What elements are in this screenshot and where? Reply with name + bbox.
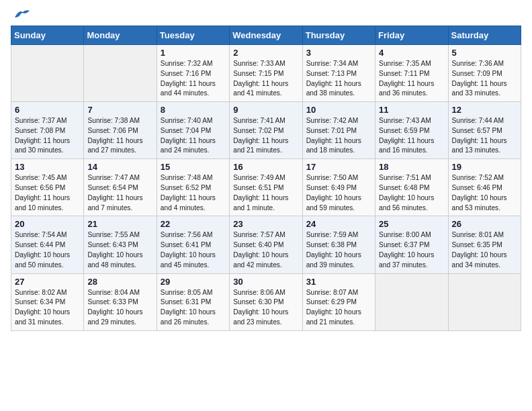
page-header <box>11 11 521 17</box>
calendar-cell: 18Sunrise: 7:51 AM Sunset: 6:48 PM Dayli… <box>375 159 448 216</box>
day-number: 25 <box>379 219 444 229</box>
day-info: Sunrise: 8:02 AM Sunset: 6:34 PM Dayligh… <box>15 288 80 328</box>
day-number: 18 <box>379 162 444 172</box>
day-number: 16 <box>233 162 298 172</box>
calendar-cell <box>11 45 84 102</box>
day-info: Sunrise: 7:34 AM Sunset: 7:13 PM Dayligh… <box>306 59 371 99</box>
calendar-cell: 24Sunrise: 7:59 AM Sunset: 6:38 PM Dayli… <box>302 216 375 273</box>
day-info: Sunrise: 7:40 AM Sunset: 7:04 PM Dayligh… <box>161 116 226 156</box>
day-number: 14 <box>87 162 152 172</box>
day-info: Sunrise: 8:04 AM Sunset: 6:33 PM Dayligh… <box>87 288 152 328</box>
logo <box>11 11 31 17</box>
calendar-cell: 20Sunrise: 7:54 AM Sunset: 6:44 PM Dayli… <box>11 216 84 273</box>
day-info: Sunrise: 8:07 AM Sunset: 6:29 PM Dayligh… <box>306 288 371 328</box>
calendar-cell: 10Sunrise: 7:42 AM Sunset: 7:01 PM Dayli… <box>302 102 375 159</box>
calendar-cell: 17Sunrise: 7:50 AM Sunset: 6:49 PM Dayli… <box>302 159 375 216</box>
day-info: Sunrise: 7:43 AM Sunset: 6:59 PM Dayligh… <box>379 116 444 156</box>
day-number: 12 <box>452 105 517 115</box>
day-info: Sunrise: 7:35 AM Sunset: 7:11 PM Dayligh… <box>379 59 444 99</box>
calendar-cell: 12Sunrise: 7:44 AM Sunset: 6:57 PM Dayli… <box>448 102 521 159</box>
day-info: Sunrise: 8:01 AM Sunset: 6:35 PM Dayligh… <box>452 230 517 270</box>
day-number: 3 <box>306 48 371 58</box>
day-info: Sunrise: 7:44 AM Sunset: 6:57 PM Dayligh… <box>452 116 517 156</box>
day-info: Sunrise: 7:56 AM Sunset: 6:41 PM Dayligh… <box>161 230 226 270</box>
calendar-table: SundayMondayTuesdayWednesdayThursdayFrid… <box>11 26 521 331</box>
day-number: 4 <box>379 48 444 58</box>
day-info: Sunrise: 7:52 AM Sunset: 6:46 PM Dayligh… <box>452 173 517 213</box>
day-number: 19 <box>452 162 517 172</box>
logo-bird-icon <box>13 8 31 20</box>
day-info: Sunrise: 8:05 AM Sunset: 6:31 PM Dayligh… <box>161 288 226 328</box>
calendar-cell: 13Sunrise: 7:45 AM Sunset: 6:56 PM Dayli… <box>11 159 84 216</box>
day-number: 22 <box>161 219 226 229</box>
calendar-week-row: 1Sunrise: 7:32 AM Sunset: 7:16 PM Daylig… <box>11 45 521 102</box>
calendar-cell: 16Sunrise: 7:49 AM Sunset: 6:51 PM Dayli… <box>230 159 302 216</box>
day-info: Sunrise: 7:36 AM Sunset: 7:09 PM Dayligh… <box>452 59 517 99</box>
calendar-cell: 14Sunrise: 7:47 AM Sunset: 6:54 PM Dayli… <box>84 159 157 216</box>
calendar-cell: 31Sunrise: 8:07 AM Sunset: 6:29 PM Dayli… <box>302 273 375 330</box>
day-info: Sunrise: 7:45 AM Sunset: 6:56 PM Dayligh… <box>15 173 80 213</box>
calendar-cell: 25Sunrise: 8:00 AM Sunset: 6:37 PM Dayli… <box>375 216 448 273</box>
calendar-cell: 30Sunrise: 8:06 AM Sunset: 6:30 PM Dayli… <box>230 273 302 330</box>
day-info: Sunrise: 7:32 AM Sunset: 7:16 PM Dayligh… <box>161 59 226 99</box>
day-info: Sunrise: 7:42 AM Sunset: 7:01 PM Dayligh… <box>306 116 371 156</box>
day-number: 26 <box>452 219 517 229</box>
day-of-week-header: Sunday <box>11 26 84 45</box>
day-info: Sunrise: 7:55 AM Sunset: 6:43 PM Dayligh… <box>87 230 152 270</box>
calendar-cell: 8Sunrise: 7:40 AM Sunset: 7:04 PM Daylig… <box>157 102 229 159</box>
day-info: Sunrise: 7:54 AM Sunset: 6:44 PM Dayligh… <box>15 230 80 270</box>
day-info: Sunrise: 7:50 AM Sunset: 6:49 PM Dayligh… <box>306 173 371 213</box>
calendar-cell: 3Sunrise: 7:34 AM Sunset: 7:13 PM Daylig… <box>302 45 375 102</box>
day-number: 20 <box>15 219 80 229</box>
day-info: Sunrise: 8:06 AM Sunset: 6:30 PM Dayligh… <box>233 288 298 328</box>
calendar-cell: 29Sunrise: 8:05 AM Sunset: 6:31 PM Dayli… <box>157 273 229 330</box>
calendar-cell: 11Sunrise: 7:43 AM Sunset: 6:59 PM Dayli… <box>375 102 448 159</box>
day-number: 9 <box>233 105 298 115</box>
day-number: 21 <box>87 219 152 229</box>
day-info: Sunrise: 8:00 AM Sunset: 6:37 PM Dayligh… <box>379 230 444 270</box>
calendar-cell: 2Sunrise: 7:33 AM Sunset: 7:15 PM Daylig… <box>230 45 302 102</box>
calendar-cell: 21Sunrise: 7:55 AM Sunset: 6:43 PM Dayli… <box>84 216 157 273</box>
calendar-cell: 28Sunrise: 8:04 AM Sunset: 6:33 PM Dayli… <box>84 273 157 330</box>
day-info: Sunrise: 7:33 AM Sunset: 7:15 PM Dayligh… <box>233 59 298 99</box>
day-number: 5 <box>452 48 517 58</box>
day-number: 28 <box>87 277 152 287</box>
day-number: 2 <box>233 48 298 58</box>
calendar-cell: 22Sunrise: 7:56 AM Sunset: 6:41 PM Dayli… <box>157 216 229 273</box>
day-number: 10 <box>306 105 371 115</box>
calendar-cell: 5Sunrise: 7:36 AM Sunset: 7:09 PM Daylig… <box>448 45 521 102</box>
calendar-cell: 23Sunrise: 7:57 AM Sunset: 6:40 PM Dayli… <box>230 216 302 273</box>
day-info: Sunrise: 7:59 AM Sunset: 6:38 PM Dayligh… <box>306 230 371 270</box>
day-number: 27 <box>15 277 80 287</box>
calendar-week-row: 6Sunrise: 7:37 AM Sunset: 7:08 PM Daylig… <box>11 102 521 159</box>
day-info: Sunrise: 7:38 AM Sunset: 7:06 PM Dayligh… <box>87 116 152 156</box>
calendar-cell <box>375 273 448 330</box>
day-info: Sunrise: 7:48 AM Sunset: 6:52 PM Dayligh… <box>161 173 226 213</box>
day-number: 8 <box>161 105 226 115</box>
calendar-cell: 15Sunrise: 7:48 AM Sunset: 6:52 PM Dayli… <box>157 159 229 216</box>
day-number: 6 <box>15 105 80 115</box>
day-of-week-header: Saturday <box>448 26 521 45</box>
calendar-cell: 27Sunrise: 8:02 AM Sunset: 6:34 PM Dayli… <box>11 273 84 330</box>
calendar-week-row: 13Sunrise: 7:45 AM Sunset: 6:56 PM Dayli… <box>11 159 521 216</box>
day-of-week-header: Thursday <box>302 26 375 45</box>
calendar-cell: 19Sunrise: 7:52 AM Sunset: 6:46 PM Dayli… <box>448 159 521 216</box>
day-of-week-header: Monday <box>84 26 157 45</box>
calendar-week-row: 20Sunrise: 7:54 AM Sunset: 6:44 PM Dayli… <box>11 216 521 273</box>
calendar-cell: 26Sunrise: 8:01 AM Sunset: 6:35 PM Dayli… <box>448 216 521 273</box>
day-info: Sunrise: 7:47 AM Sunset: 6:54 PM Dayligh… <box>87 173 152 213</box>
day-number: 17 <box>306 162 371 172</box>
calendar-cell <box>84 45 157 102</box>
day-of-week-header: Wednesday <box>230 26 302 45</box>
calendar-cell: 9Sunrise: 7:41 AM Sunset: 7:02 PM Daylig… <box>230 102 302 159</box>
day-info: Sunrise: 7:51 AM Sunset: 6:48 PM Dayligh… <box>379 173 444 213</box>
day-number: 15 <box>161 162 226 172</box>
calendar-week-row: 27Sunrise: 8:02 AM Sunset: 6:34 PM Dayli… <box>11 273 521 330</box>
day-number: 31 <box>306 277 371 287</box>
day-number: 7 <box>87 105 152 115</box>
calendar-header-row: SundayMondayTuesdayWednesdayThursdayFrid… <box>11 26 521 45</box>
calendar-cell: 4Sunrise: 7:35 AM Sunset: 7:11 PM Daylig… <box>375 45 448 102</box>
day-number: 29 <box>161 277 226 287</box>
day-info: Sunrise: 7:37 AM Sunset: 7:08 PM Dayligh… <box>15 116 80 156</box>
calendar-cell: 6Sunrise: 7:37 AM Sunset: 7:08 PM Daylig… <box>11 102 84 159</box>
